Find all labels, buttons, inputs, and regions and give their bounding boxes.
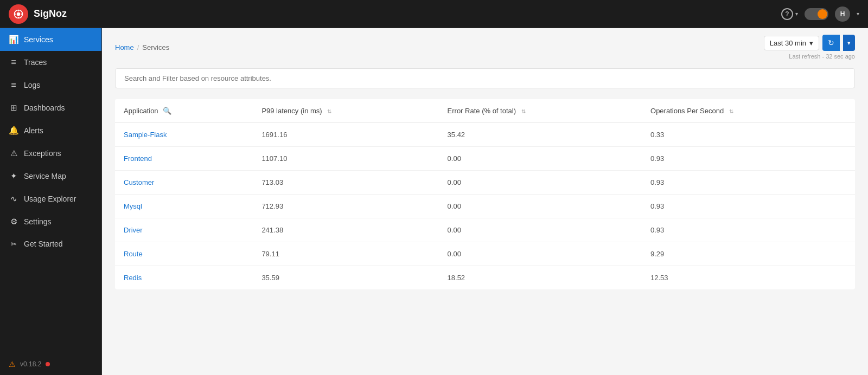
breadcrumb-home[interactable]: Home [115, 43, 134, 51]
col-header-application: Application 🔍 [115, 99, 253, 123]
ops-value: 0.33 [642, 123, 855, 147]
error-rate-value: 0.00 [439, 171, 642, 195]
traces-icon: ≡ [9, 57, 18, 67]
sidebar-spacer [0, 255, 101, 353]
sidebar-item-traces-label: Traces [24, 58, 47, 67]
sidebar-item-exceptions[interactable]: ⚠ Exceptions [0, 142, 101, 165]
sidebar-footer: ⚠ v0.18.2 [0, 353, 101, 375]
search-input[interactable] [115, 68, 855, 88]
breadcrumb-separator: / [137, 43, 139, 51]
error-rate-value: 35.42 [439, 123, 642, 147]
error-rate-value: 0.00 [439, 195, 642, 218]
sidebar-item-services-label: Services [24, 35, 53, 44]
p99-value: 79.11 [253, 242, 438, 266]
table-row: Sample-Flask1691.1635.420.33 [115, 123, 855, 147]
logo-text: SigNoz [34, 8, 67, 20]
refresh-dropdown-button[interactable]: ▾ [843, 35, 855, 51]
application-link[interactable]: Frontend [115, 147, 253, 171]
exceptions-icon: ⚠ [9, 148, 18, 158]
sidebar-item-alerts-label: Alerts [24, 126, 43, 135]
topbar: SigNoz ? ▾ H ▾ [0, 0, 868, 28]
help-circle-icon: ? [781, 8, 793, 20]
sidebar-item-dashboards[interactable]: ⊞ Dashboards [0, 96, 101, 119]
application-link[interactable]: Mysql [115, 195, 253, 218]
error-rate-value: 0.00 [439, 147, 642, 171]
brand: SigNoz [9, 4, 67, 24]
application-link[interactable]: Route [115, 242, 253, 266]
theme-toggle[interactable] [805, 8, 828, 20]
sidebar-item-settings[interactable]: ⚙ Settings [0, 210, 101, 233]
version-text: v0.18.2 [20, 360, 41, 368]
column-search-icon[interactable]: 🔍 [163, 107, 171, 115]
sidebar-item-usage-explorer-label: Usage Explorer [24, 195, 76, 203]
breadcrumb: Home / Services [115, 43, 169, 51]
get-started-icon: ✂ [9, 240, 18, 248]
logo-icon [9, 4, 28, 24]
col-header-error-rate[interactable]: Error Rate (% of total) ⇅ [439, 99, 642, 123]
content-header: Home / Services Last 30 min ▾ ↻ ▾ [102, 28, 868, 60]
topbar-right: ? ▾ H ▾ [781, 7, 859, 22]
sidebar-item-dashboards-label: Dashboards [24, 104, 65, 112]
sidebar-item-service-map[interactable]: ✦ Service Map [0, 165, 101, 188]
sidebar-item-get-started-label: Get Started [24, 240, 63, 248]
p99-value: 241.38 [253, 218, 438, 242]
p99-value: 712.93 [253, 195, 438, 218]
refresh-button[interactable]: ↻ [822, 35, 840, 51]
sidebar-item-logs-label: Logs [24, 81, 40, 89]
col-header-ops[interactable]: Operations Per Second ⇅ [642, 99, 855, 123]
warning-icon: ⚠ [9, 360, 16, 368]
help-chevron-icon: ▾ [795, 11, 798, 17]
last-refresh-text: Last refresh - 32 sec ago [789, 53, 855, 60]
error-rate-value: 0.00 [439, 218, 642, 242]
p99-value: 1107.10 [253, 147, 438, 171]
header-right: Last 30 min ▾ ↻ ▾ Last refresh - 32 sec … [764, 35, 855, 60]
sidebar-item-logs[interactable]: ≡ Logs [0, 74, 101, 96]
table-row: Customer713.030.000.93 [115, 171, 855, 195]
time-range-selector[interactable]: Last 30 min ▾ [764, 36, 819, 50]
table-row: Redis35.5918.5212.53 [115, 266, 855, 290]
content-area: Home / Services Last 30 min ▾ ↻ ▾ [102, 28, 868, 375]
services-icon: 📊 [9, 35, 18, 44]
version-dot [46, 362, 50, 366]
help-button[interactable]: ? ▾ [781, 8, 798, 20]
refresh-icon: ↻ [828, 38, 834, 47]
application-link[interactable]: Customer [115, 171, 253, 195]
p99-value: 713.03 [253, 171, 438, 195]
user-chevron-icon: ▾ [857, 11, 859, 17]
logs-icon: ≡ [9, 80, 18, 90]
search-container [102, 60, 868, 88]
sidebar-item-services[interactable]: 📊 Services [0, 28, 101, 51]
application-link[interactable]: Redis [115, 266, 253, 290]
sidebar-item-usage-explorer[interactable]: ∿ Usage Explorer [0, 188, 101, 210]
col-header-p99[interactable]: P99 latency (in ms) ⇅ [253, 99, 438, 123]
error-rate-value: 18.52 [439, 266, 642, 290]
time-controls: Last 30 min ▾ ↻ ▾ [764, 35, 855, 51]
sidebar: 📊 Services ≡ Traces ≡ Logs ⊞ Dashboards … [0, 28, 102, 375]
ops-value: 0.93 [642, 147, 855, 171]
sidebar-item-traces[interactable]: ≡ Traces [0, 51, 101, 74]
ops-value: 12.53 [642, 266, 855, 290]
services-table: Application 🔍 P99 latency (in ms) ⇅ Erro… [115, 99, 855, 289]
table-row: Driver241.380.000.93 [115, 218, 855, 242]
time-range-label: Last 30 min [770, 39, 806, 47]
ops-value: 0.93 [642, 171, 855, 195]
ops-value: 0.93 [642, 218, 855, 242]
error-rate-value: 0.00 [439, 242, 642, 266]
refresh-dropdown-chevron-icon: ▾ [847, 40, 851, 47]
application-link[interactable]: Sample-Flask [115, 123, 253, 147]
table-row: Route79.110.009.29 [115, 242, 855, 266]
breadcrumb-current: Services [142, 43, 169, 51]
svg-point-0 [17, 12, 21, 16]
sidebar-item-alerts[interactable]: 🔔 Alerts [0, 119, 101, 142]
sidebar-item-exceptions-label: Exceptions [24, 149, 61, 158]
application-link[interactable]: Driver [115, 218, 253, 242]
sidebar-item-settings-label: Settings [24, 217, 52, 226]
sidebar-item-get-started[interactable]: ✂ Get Started [0, 233, 101, 255]
main-layout: 📊 Services ≡ Traces ≡ Logs ⊞ Dashboards … [0, 28, 868, 375]
error-rate-sort-icon: ⇅ [521, 108, 526, 114]
table-row: Frontend1107.100.000.93 [115, 147, 855, 171]
table-container: Application 🔍 P99 latency (in ms) ⇅ Erro… [102, 88, 868, 375]
p99-value: 1691.16 [253, 123, 438, 147]
user-avatar[interactable]: H [835, 7, 850, 22]
ops-sort-icon: ⇅ [729, 108, 733, 114]
